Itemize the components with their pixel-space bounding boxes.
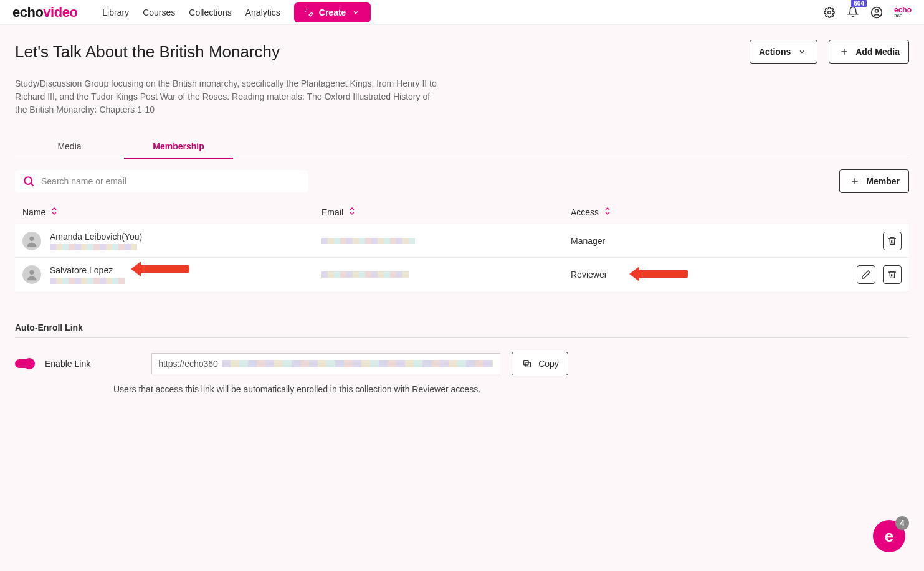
access-cell: Manager (571, 236, 827, 246)
top-nav: echovideo Library Courses Collections An… (0, 0, 924, 25)
app-logo[interactable]: echovideo (12, 4, 77, 21)
col-access-label: Access (571, 207, 599, 217)
auto-enroll-title: Auto-Enroll Link (15, 323, 909, 333)
divider (15, 337, 909, 338)
small-logo-bottom: 360 (894, 14, 912, 19)
table-row: Amanda Leibovich(You) Manager (15, 224, 909, 258)
row-actions (827, 265, 902, 284)
controls-row: Member (15, 169, 909, 193)
avatar (22, 265, 41, 284)
row-actions (827, 232, 902, 250)
redacted-subtext (50, 278, 125, 284)
small-logo-top: echo (894, 6, 912, 14)
col-email-label: Email (321, 207, 343, 217)
create-label: Create (319, 7, 346, 17)
copy-label: Copy (538, 359, 559, 369)
member-name: Salvatore Lopez (50, 265, 125, 275)
col-name[interactable]: Name (22, 207, 321, 217)
delete-button[interactable] (883, 265, 902, 284)
email-cell (321, 271, 571, 278)
page-description: Study/Discussion Group focusing on the B… (15, 77, 439, 116)
user-icon[interactable] (870, 6, 883, 19)
annotation-arrow (638, 270, 688, 278)
tabs: Media Membership (15, 135, 909, 159)
auto-enroll-row: Enable Link https://echo360 Copy (15, 352, 909, 375)
member-label: Member (866, 176, 900, 186)
redacted-link (222, 360, 493, 367)
svg-point-2 (875, 9, 878, 12)
delete-button[interactable] (883, 232, 902, 250)
actions-button[interactable]: Actions (750, 40, 817, 64)
nav-link-analytics[interactable]: Analytics (245, 7, 280, 17)
wand-icon (303, 6, 315, 19)
logo-text-echo: echo (12, 4, 43, 20)
actions-label: Actions (759, 47, 791, 57)
nav-right: 604 echo 360 (823, 6, 912, 19)
chevron-down-icon (350, 6, 362, 19)
nav-links: Library Courses Collections Analytics (102, 7, 280, 17)
svg-point-0 (828, 11, 831, 14)
link-input-wrap: https://echo360 (151, 353, 500, 374)
nav-link-courses[interactable]: Courses (143, 7, 175, 17)
svg-point-4 (29, 236, 34, 240)
add-media-button[interactable]: Add Media (829, 40, 909, 64)
col-email[interactable]: Email (321, 207, 571, 217)
copy-icon (521, 357, 533, 370)
small-echo360-logo[interactable]: echo 360 (894, 6, 912, 19)
notification-count: 604 (851, 0, 867, 7)
col-access[interactable]: Access (571, 207, 827, 217)
svg-point-3 (24, 177, 32, 184)
link-prefix: https://echo360 (158, 359, 218, 369)
email-cell (321, 238, 571, 244)
create-button[interactable]: Create (294, 2, 371, 22)
plus-icon (838, 45, 850, 58)
nav-link-library[interactable]: Library (102, 7, 129, 17)
sort-icon (348, 207, 356, 217)
main-content: Let's Talk About the British Monarchy Ac… (0, 25, 924, 409)
search-input[interactable] (41, 176, 300, 186)
sort-icon (604, 207, 611, 217)
page-title: Let's Talk About the British Monarchy (15, 42, 280, 62)
redacted-email (321, 271, 409, 278)
svg-point-5 (29, 270, 34, 274)
search-box[interactable] (15, 170, 308, 192)
enable-link-toggle[interactable] (15, 359, 34, 368)
tab-membership[interactable]: Membership (124, 135, 233, 159)
annotation-arrow (140, 265, 189, 273)
nav-link-collections[interactable]: Collections (189, 7, 231, 17)
tab-media[interactable]: Media (15, 135, 124, 159)
enable-link-label: Enable Link (45, 359, 90, 369)
avatar (22, 232, 41, 250)
access-cell: Reviewer (571, 270, 827, 280)
copy-button[interactable]: Copy (512, 352, 568, 375)
chevron-down-icon (796, 45, 808, 58)
heading-row: Let's Talk About the British Monarchy Ac… (15, 40, 909, 64)
redacted-email (321, 238, 415, 244)
logo-text-video: video (43, 4, 77, 20)
edit-button[interactable] (857, 265, 875, 284)
member-name: Amanda Leibovich(You) (50, 232, 142, 242)
gear-icon[interactable] (823, 6, 836, 19)
table-header: Name Email Access (15, 201, 909, 224)
plus-icon (849, 175, 861, 187)
add-media-label: Add Media (855, 47, 900, 57)
redacted-subtext (50, 244, 137, 250)
add-member-button[interactable]: Member (839, 169, 909, 193)
col-name-label: Name (22, 207, 45, 217)
user-cell: Amanda Leibovich(You) (22, 232, 321, 250)
table-row: Salvatore Lopez Reviewer (15, 258, 909, 291)
auto-enroll-helper: Users that access this link will be auto… (113, 384, 909, 394)
members-table: Name Email Access (15, 201, 909, 291)
notifications[interactable]: 604 (847, 6, 859, 19)
sort-icon (50, 207, 58, 217)
bell-icon (847, 6, 859, 18)
heading-actions: Actions Add Media (750, 40, 909, 64)
search-icon (22, 175, 35, 187)
